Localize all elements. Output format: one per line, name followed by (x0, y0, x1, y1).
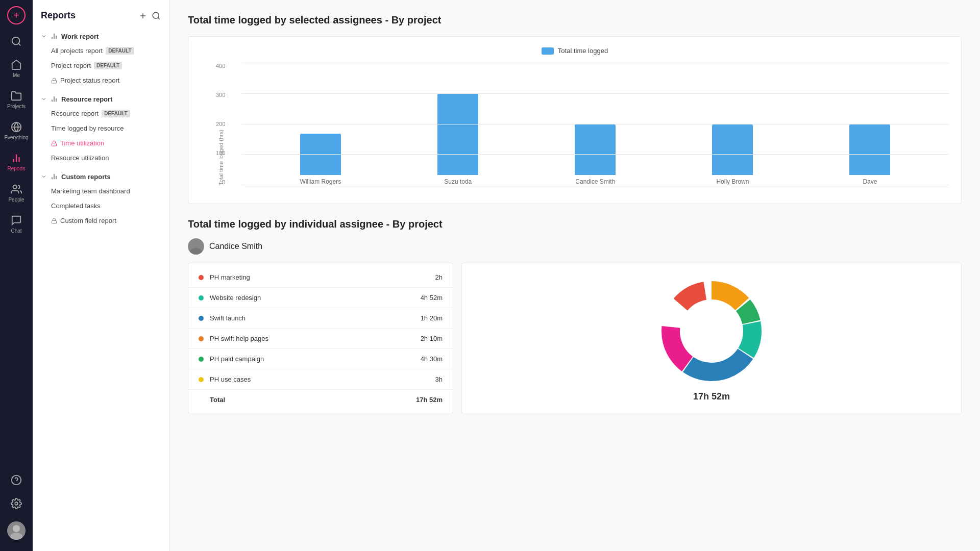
main-content: Total time logged by selected assignees … (169, 0, 980, 551)
project-total-row: Total 17h 52m (188, 390, 453, 410)
nav-me-label: Me (13, 72, 20, 78)
project-name-ph-use: PH use cases (210, 375, 406, 383)
bar-candice-label: Candice Smith (575, 178, 615, 185)
project-name-ph-paid: PH paid campaign (210, 355, 406, 363)
project-row-swift: Swift launch 1h 20m (188, 308, 453, 329)
svg-point-30 (190, 248, 202, 255)
project-time-swift: 1h 20m (412, 314, 443, 322)
lock-icon (51, 78, 57, 84)
add-report-icon[interactable] (138, 11, 148, 20)
assignee-section: Total time logged by individual assignee… (188, 218, 962, 414)
y-val-400: 400 (216, 63, 225, 69)
resource-utilization-item[interactable]: Resource utilization (33, 151, 169, 165)
custom-reports-label: Custom reports (61, 173, 111, 181)
marketing-dashboard-label: Marketing team dashboard (51, 187, 130, 195)
left-panel: Reports Work report All projects report … (33, 0, 169, 551)
project-report-label: Project report (51, 62, 91, 69)
assignee-section-title: Total time logged by individual assignee… (188, 218, 962, 230)
all-projects-label: All projects report (51, 47, 103, 55)
svg-rect-20 (52, 80, 57, 83)
resource-report-item[interactable]: Resource report DEFAULT (33, 106, 169, 121)
bar-dave-label: Dave (863, 178, 877, 185)
svg-point-7 (13, 185, 17, 189)
nav-everything[interactable]: Everything (0, 116, 33, 145)
nav-projects[interactable]: Projects (0, 85, 33, 114)
svg-point-29 (192, 241, 200, 248)
lock-pink-icon (51, 140, 57, 146)
nav-reports[interactable]: Reports (0, 147, 33, 177)
project-row-ph-marketing: PH marketing 2h (188, 267, 453, 288)
project-row-website: Website redesign 4h 52m (188, 288, 453, 308)
nav-search[interactable] (0, 31, 33, 52)
marketing-dashboard-item[interactable]: Marketing team dashboard (33, 184, 169, 198)
completed-tasks-label: Completed tasks (51, 202, 101, 210)
bar-holly: Holly Brown (712, 124, 753, 185)
work-report-label: Work report (61, 33, 99, 40)
dot-ph-use (199, 377, 204, 382)
bar-suzu-fill (437, 94, 478, 175)
resource-report-section: Resource report Resource report DEFAULT … (33, 90, 169, 167)
project-name-website: Website redesign (210, 294, 406, 302)
bar-william-label: William Rogers (300, 178, 341, 185)
svg-rect-28 (52, 220, 57, 223)
project-table: PH marketing 2h Website redesign 4h 52m … (188, 263, 453, 414)
y-val-0: 0 (222, 179, 225, 185)
custom-reports-section: Custom reports Marketing team dashboard … (33, 167, 169, 230)
assignee-content: PH marketing 2h Website redesign 4h 52m … (188, 263, 962, 414)
nav-chat-label: Chat (11, 228, 21, 234)
all-projects-report-item[interactable]: All projects report DEFAULT (33, 43, 169, 58)
svg-point-15 (153, 12, 159, 18)
project-report-item[interactable]: Project report DEFAULT (33, 58, 169, 73)
resource-report-badge: DEFAULT (102, 110, 130, 117)
time-logged-item[interactable]: Time logged by resource (33, 121, 169, 136)
nav-settings[interactable] (0, 493, 33, 514)
nav-everything-label: Everything (4, 135, 28, 140)
lock2-icon (51, 218, 57, 224)
dot-ph-paid (199, 357, 204, 362)
project-time-ph-marketing: 2h (412, 273, 443, 281)
bar-holly-fill (712, 124, 753, 175)
donut-total-label: 17h 52m (693, 391, 730, 402)
chart-legend: Total time logged (201, 47, 949, 55)
bar-candice-fill (575, 124, 616, 175)
nav-projects-label: Projects (7, 104, 26, 109)
main-title: Total time logged by selected assignees … (188, 14, 962, 26)
panel-header: Reports (33, 0, 169, 27)
time-utilization-item[interactable]: Time utilization (33, 136, 169, 151)
svg-rect-24 (52, 143, 57, 146)
dot-total (199, 397, 204, 403)
nav-me[interactable]: Me (0, 54, 33, 83)
y-val-100: 100 (216, 150, 225, 156)
custom-field-label: Custom field report (60, 217, 116, 224)
y-val-300: 300 (216, 92, 225, 98)
work-report-header[interactable]: Work report (33, 29, 169, 43)
search-report-icon[interactable] (152, 11, 161, 20)
icon-sidebar: + Me Projects Everything Reports People … (0, 0, 33, 551)
nav-people[interactable]: People (0, 179, 33, 208)
nav-chat[interactable]: Chat (0, 210, 33, 239)
project-row-ph-use: PH use cases 3h (188, 369, 453, 390)
dot-ph-swift (199, 336, 204, 341)
svg-point-0 (12, 37, 20, 45)
user-avatar[interactable] (0, 516, 33, 545)
bar-suzu-label: Suzu toda (444, 178, 472, 185)
project-report-badge: DEFAULT (94, 62, 122, 69)
bar-william: William Rogers (300, 134, 341, 185)
time-utilization-label: Time utilization (60, 139, 104, 147)
resource-report-header[interactable]: Resource report (33, 92, 169, 106)
project-status-label: Project status report (60, 77, 119, 84)
donut-center (681, 300, 742, 362)
project-row-ph-swift: PH swift help pages 2h 10m (188, 329, 453, 349)
user-avatar-circle (7, 521, 26, 540)
svg-line-1 (18, 43, 20, 45)
nav-help[interactable] (0, 469, 33, 491)
project-name-swift: Swift launch (210, 314, 406, 322)
completed-tasks-item[interactable]: Completed tasks (33, 198, 169, 213)
custom-reports-header[interactable]: Custom reports (33, 169, 169, 184)
svg-point-12 (10, 533, 22, 540)
bar-candice: Candice Smith (575, 124, 616, 185)
custom-field-item[interactable]: Custom field report (33, 213, 169, 228)
project-status-item[interactable]: Project status report (33, 73, 169, 88)
work-report-section: Work report All projects report DEFAULT … (33, 27, 169, 90)
add-button[interactable]: + (7, 6, 26, 24)
